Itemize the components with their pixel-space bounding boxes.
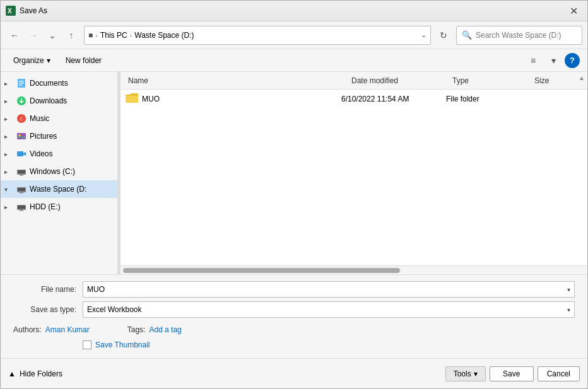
sidebar-item-waste-space-d[interactable]: ▾ Waste Space (D:	[1, 180, 117, 198]
tags-value[interactable]: Add a tag	[149, 325, 181, 334]
address-separator2: ›	[130, 32, 132, 39]
filename-value: MUO	[87, 285, 105, 294]
downloads-icon	[16, 95, 27, 107]
action-bar-right: ≡ ▾ ?	[524, 52, 580, 69]
sidebar-item-windows-c[interactable]: ▸ Windows (C:)	[1, 163, 117, 180]
svg-rect-14	[20, 175, 23, 176]
horizontal-scrollbar[interactable]	[121, 265, 587, 274]
sidebar-chevron-windows-c: ▸	[4, 168, 13, 175]
organize-chevron-icon: ▾	[47, 56, 50, 65]
sidebar-chevron-documents: ▸	[4, 80, 13, 87]
address-bar[interactable]: ■ › This PC › Waste Space (D:) ⌄	[84, 26, 431, 45]
sidebar-chevron-music: ▸	[4, 115, 13, 122]
table-row[interactable]: MUO 6/10/2022 11:54 AM File folder	[121, 90, 587, 108]
authors-label: Authors:	[13, 325, 42, 334]
sidebar-hdd-e-label: HDD (E:)	[30, 202, 61, 211]
scroll-top-button[interactable]: ▲	[576, 72, 587, 89]
file-pane: Name Date modified Type Size ▲ MUO 6/10	[121, 72, 587, 274]
cancel-button[interactable]: Cancel	[538, 366, 580, 381]
address-separator1: ›	[95, 32, 98, 39]
col-header-name[interactable]: Name	[126, 76, 349, 85]
sidebar-item-music[interactable]: ▸ ♫ Music	[1, 110, 117, 127]
sidebar-chevron-pictures: ▸	[4, 133, 13, 140]
hdd-e-icon	[16, 201, 27, 212]
scrollbar-thumb[interactable]	[123, 268, 400, 273]
bottom-buttons: ▲ Hide Folders Tools ▾ Save Cancel	[1, 358, 587, 388]
svg-rect-11	[17, 151, 23, 156]
sidebar-music-label: Music	[30, 114, 49, 123]
sidebar-chevron-hdd-e: ▸	[4, 204, 13, 211]
svg-rect-13	[18, 170, 25, 173]
hide-folders-button[interactable]: ▲ Hide Folders	[8, 369, 62, 378]
sidebar-item-hdd-e[interactable]: ▸ HDD (E:)	[1, 198, 117, 216]
tools-button[interactable]: Tools ▾	[445, 366, 486, 381]
hide-folders-icon: ▲	[8, 369, 16, 378]
hide-folders-label: Hide Folders	[20, 369, 62, 378]
file-name: MUO	[142, 95, 338, 103]
file-type: File folder	[446, 95, 528, 103]
sidebar-downloads-label: Downloads	[30, 96, 67, 105]
view-options-button[interactable]: ≡	[524, 52, 542, 69]
svg-rect-19	[18, 206, 25, 209]
filename-label: File name:	[13, 285, 83, 294]
filename-input[interactable]: MUO ▾	[83, 281, 575, 298]
address-current-path: Waste Space (D:)	[134, 31, 418, 40]
videos-icon	[16, 148, 27, 160]
documents-icon	[16, 78, 27, 89]
saveastype-input[interactable]: Excel Workbook ▾	[83, 301, 575, 318]
view-chevron-button[interactable]: ▾	[544, 52, 562, 69]
organize-label: Organize	[13, 56, 44, 65]
authors-value[interactable]: Aman Kumar	[45, 325, 90, 334]
svg-rect-21	[126, 96, 138, 103]
svg-text:X: X	[8, 8, 12, 15]
search-bar[interactable]: 🔍	[456, 26, 582, 45]
save-as-dialog: X Save As ✕ ← → ⌄ ↑ ■ › This PC › Waste …	[0, 0, 588, 389]
toolbar: ← → ⌄ ↑ ■ › This PC › Waste Space (D:) ⌄…	[1, 21, 587, 49]
saveastype-value: Excel Workbook	[87, 305, 141, 314]
col-header-size[interactable]: Size	[532, 76, 582, 85]
organize-button[interactable]: Organize ▾	[8, 54, 56, 67]
forward-button[interactable]: →	[25, 26, 42, 44]
file-list: MUO 6/10/2022 11:54 AM File folder	[121, 90, 587, 265]
help-button[interactable]: ?	[565, 53, 580, 68]
new-folder-button[interactable]: New folder	[61, 54, 107, 67]
filename-chevron-icon[interactable]: ▾	[567, 286, 570, 293]
tags-section: Tags: Add a tag	[127, 325, 182, 334]
refresh-button[interactable]: ↻	[435, 26, 452, 44]
back-button[interactable]: ←	[6, 26, 23, 44]
svg-rect-4	[19, 83, 24, 84]
sidebar-item-pictures[interactable]: ▸ Pictures	[1, 127, 117, 145]
waste-space-d-icon	[16, 183, 27, 195]
search-input[interactable]	[476, 31, 577, 40]
svg-rect-5	[19, 84, 22, 86]
action-bar: Organize ▾ New folder ≡ ▾ ?	[1, 49, 587, 72]
col-header-date[interactable]: Date modified	[349, 76, 450, 85]
dropdown-button[interactable]: ⌄	[44, 26, 61, 44]
save-thumbnail-checkbox[interactable]	[83, 340, 91, 349]
svg-rect-16	[18, 188, 25, 191]
music-icon: ♫	[16, 113, 27, 124]
bottom-form: File name: MUO ▾ Save as type: Excel Wor…	[1, 274, 587, 358]
sidebar-item-downloads[interactable]: ▸ Downloads	[1, 92, 117, 110]
form-meta: Authors: Aman Kumar Tags: Add a tag	[13, 322, 575, 338]
sidebar: ▸ Documents ▸	[1, 72, 118, 274]
tools-chevron-icon: ▾	[474, 369, 478, 378]
main-area: ▸ Documents ▸	[1, 72, 587, 274]
col-header-type[interactable]: Type	[450, 76, 532, 85]
save-button[interactable]: Save	[490, 366, 534, 381]
address-chevron-icon[interactable]: ⌄	[421, 31, 426, 39]
sidebar-item-videos[interactable]: ▸ Videos	[1, 145, 117, 163]
sidebar-item-documents[interactable]: ▸ Documents	[1, 74, 117, 92]
sidebar-chevron-waste-d: ▾	[4, 186, 13, 193]
sidebar-pictures-label: Pictures	[30, 132, 57, 141]
close-button[interactable]: ✕	[565, 3, 582, 18]
saveastype-row: Save as type: Excel Workbook ▾	[13, 301, 575, 318]
authors-section: Authors: Aman Kumar	[13, 325, 90, 334]
address-drive-icon: ■	[88, 31, 93, 40]
address-this-pc: This PC	[100, 31, 127, 40]
saveastype-chevron-icon[interactable]: ▾	[567, 306, 570, 313]
svg-rect-9	[17, 133, 26, 139]
up-button[interactable]: ↑	[62, 26, 80, 44]
windows-c-icon	[16, 166, 27, 177]
dialog-title: Save As	[20, 6, 565, 15]
